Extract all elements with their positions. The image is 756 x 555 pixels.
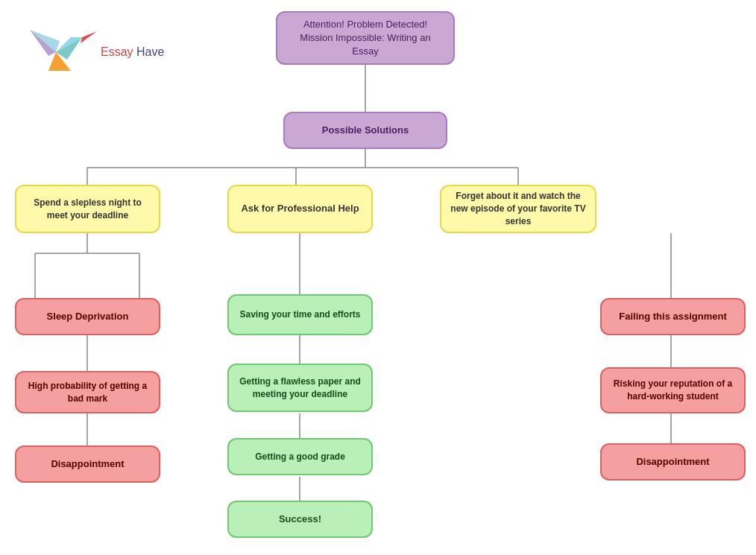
failing-box: Failing this assignment [600,298,746,335]
main-canvas: Essay Have Attention! Problem Detected! … [0,0,756,555]
disappoint1-box: Disappointment [15,445,160,483]
svg-marker-23 [81,31,97,43]
flawless-box: Getting a flawless paper and meeting you… [227,364,373,412]
logo-essay: Essay [101,45,133,58]
attention-box: Attention! Problem Detected! Mission Imp… [276,11,455,65]
time-efforts-box: Saving your time and efforts [227,294,373,335]
disappoint2-box: Disappointment [600,443,746,481]
success-box: Success! [227,501,373,538]
logo-have: Have [136,45,164,58]
sleep-dep-box: Sleep Deprivation [15,298,160,335]
possible-solutions-box: Possible Solutions [283,112,447,149]
bad-mark-box: High probability of getting a bad mark [15,371,160,413]
bird-icon [15,15,97,89]
sleepless-box: Spend a slepless night to meet your dead… [15,185,160,233]
logo: Essay Have [15,15,164,89]
reputation-box: Risking your reputation of a hard-workin… [600,367,746,413]
good-grade-box: Getting a good grade [227,438,373,475]
tv-box: Forget about it and watch the new episod… [440,185,596,233]
professional-box: Ask for Professional Help [227,185,373,233]
